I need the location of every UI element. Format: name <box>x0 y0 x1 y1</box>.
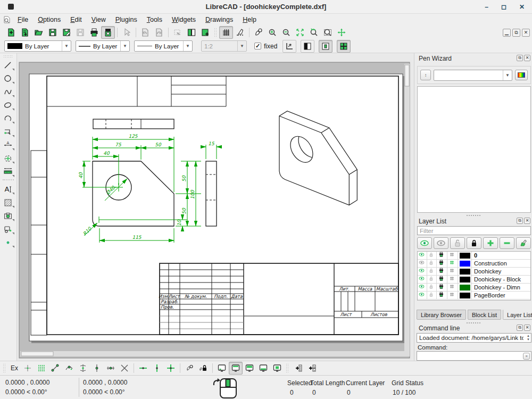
save-as-button[interactable] <box>60 26 73 39</box>
tile-views-button[interactable] <box>185 26 198 39</box>
pen-wizard-options-button[interactable]: ↕ <box>420 70 431 80</box>
layer-construction-icon[interactable] <box>447 292 458 299</box>
float-panel-button[interactable]: ⧉ <box>517 55 523 61</box>
fixed-checkbox[interactable]: ✓ <box>254 43 261 49</box>
remove-layer-button[interactable] <box>500 237 514 249</box>
unlock-all-layers-button[interactable] <box>450 237 465 249</box>
layer-construction-icon[interactable] <box>447 284 458 291</box>
add-action-2-button[interactable] <box>305 362 319 375</box>
menu-widgets[interactable]: Widgets <box>167 15 201 24</box>
toolbar-handle[interactable] <box>3 55 13 58</box>
snap-intersection-button[interactable] <box>118 362 131 375</box>
lock-relative-zero-button[interactable] <box>182 362 196 375</box>
layer-row[interactable]: Doohickey <box>418 268 530 276</box>
preview-box-button[interactable] <box>319 40 332 53</box>
save-all-button[interactable] <box>73 26 87 39</box>
minimize-window-button[interactable]: – <box>485 3 488 11</box>
measure-tool-button[interactable] <box>1 165 15 178</box>
layer-construction-icon[interactable] <box>447 276 458 283</box>
quad-grid-button[interactable] <box>337 40 351 53</box>
hatch-tool-button[interactable] <box>1 196 15 209</box>
restrict-horizontal-button[interactable] <box>136 362 150 375</box>
color-picker-button[interactable] <box>515 70 528 80</box>
point-tool-button[interactable] <box>1 236 15 249</box>
layer-lock-icon[interactable] <box>427 276 437 283</box>
layer-color-swatch[interactable] <box>458 292 472 299</box>
layer-name[interactable]: Doohickey <box>472 268 501 275</box>
block-tool-button[interactable] <box>1 223 15 236</box>
layer-lock-icon[interactable] <box>427 260 437 267</box>
layer-visibility-icon[interactable] <box>418 260 427 267</box>
set-relative-zero-button[interactable] <box>196 362 210 375</box>
circle-tool-button[interactable] <box>1 72 15 85</box>
line-tool-button[interactable] <box>1 59 15 72</box>
snap-middle-button[interactable] <box>90 362 104 375</box>
snap-entity-button[interactable] <box>62 362 76 375</box>
ellipse-tool-button[interactable] <box>1 99 15 112</box>
spline-tool-button[interactable] <box>1 86 15 98</box>
layer-row[interactable]: Doohickey - Block <box>418 276 530 284</box>
kill-selections-button[interactable] <box>171 26 185 39</box>
new-from-template-button[interactable] <box>18 26 32 39</box>
layer-color-swatch[interactable] <box>458 284 472 291</box>
tab-library-browser[interactable]: Library Browser <box>417 310 466 320</box>
color-combobox[interactable]: By Layer ▼ <box>4 40 71 52</box>
command-options-icon[interactable]: ≡ <box>523 353 530 360</box>
lock-all-layers-button[interactable] <box>467 237 481 249</box>
new-view-button[interactable] <box>198 26 212 39</box>
restrict-orthogonal-button[interactable] <box>164 362 178 375</box>
auto-zoom-button[interactable] <box>293 26 307 39</box>
layer-print-icon[interactable] <box>437 268 447 275</box>
snap-grid-button[interactable] <box>35 362 48 375</box>
layer-name[interactable]: Doohickey - Dimn <box>472 284 520 290</box>
show-all-layers-button[interactable] <box>417 237 432 249</box>
edit-layer-button[interactable] <box>516 237 531 249</box>
zoom-window-button[interactable] <box>321 26 335 39</box>
layer-construction-icon[interactable] <box>447 268 458 275</box>
status-selection-button[interactable] <box>243 362 256 375</box>
modify-tool-button[interactable] <box>1 152 15 165</box>
layer-print-icon[interactable] <box>437 276 447 283</box>
toolbar-handle[interactable] <box>3 363 6 373</box>
layer-name[interactable]: 0 <box>472 252 477 259</box>
undo-button[interactable] <box>138 26 152 39</box>
close-panel-button[interactable]: ✕ <box>524 55 530 61</box>
pen-pick-button[interactable] <box>252 26 265 39</box>
status-grid-button[interactable] <box>270 362 284 375</box>
layer-lock-icon[interactable] <box>427 252 437 259</box>
float-panel-button[interactable]: ⧉ <box>517 325 523 331</box>
layer-visibility-icon[interactable] <box>418 292 427 299</box>
spinner-arrows-icon[interactable]: ▲▼ <box>527 334 530 342</box>
drawing-canvas[interactable]: Изм. Лист № докум. Подп. Дата Разраб. Пр… <box>17 53 414 361</box>
redo-button[interactable] <box>152 26 166 39</box>
close-window-button[interactable]: ✕ <box>519 3 525 11</box>
add-action-1-button[interactable] <box>291 362 305 375</box>
polyline-tool-button[interactable] <box>1 126 15 138</box>
menu-plugins[interactable]: Plugins <box>111 15 142 24</box>
layer-visibility-icon[interactable] <box>418 284 427 291</box>
pen-wizard-list[interactable] <box>417 86 531 213</box>
toolbar-handle[interactable] <box>214 28 218 37</box>
menu-file[interactable]: File <box>13 15 33 24</box>
status-layer-button[interactable] <box>256 362 270 375</box>
layer-lock-icon[interactable] <box>427 284 437 291</box>
layer-print-icon[interactable] <box>437 292 447 299</box>
restrict-vertical-button[interactable] <box>150 362 164 375</box>
layer-lock-icon[interactable] <box>427 268 437 275</box>
save-button[interactable] <box>46 26 60 39</box>
layer-visibility-icon[interactable] <box>418 276 427 283</box>
print-preview-button[interactable] <box>101 26 115 39</box>
layer-color-swatch[interactable] <box>458 252 472 259</box>
layer-visibility-icon[interactable] <box>418 268 427 275</box>
layer-color-swatch[interactable] <box>458 268 472 275</box>
menu-tools[interactable]: Tools <box>142 15 167 24</box>
linetype-combobox[interactable]: By Layer ▼ <box>134 40 193 52</box>
status-coords-button[interactable] <box>215 362 229 375</box>
previous-view-button[interactable] <box>307 26 321 39</box>
status-mouse-button[interactable] <box>229 362 243 375</box>
layer-color-swatch[interactable] <box>458 260 472 267</box>
pen-wizard-combobox[interactable]: ▼ <box>434 70 512 81</box>
restrict-angle-button[interactable] <box>282 40 296 53</box>
tab-layer-list[interactable]: Layer List <box>503 310 532 320</box>
tab-block-list[interactable]: Block List <box>468 310 501 320</box>
